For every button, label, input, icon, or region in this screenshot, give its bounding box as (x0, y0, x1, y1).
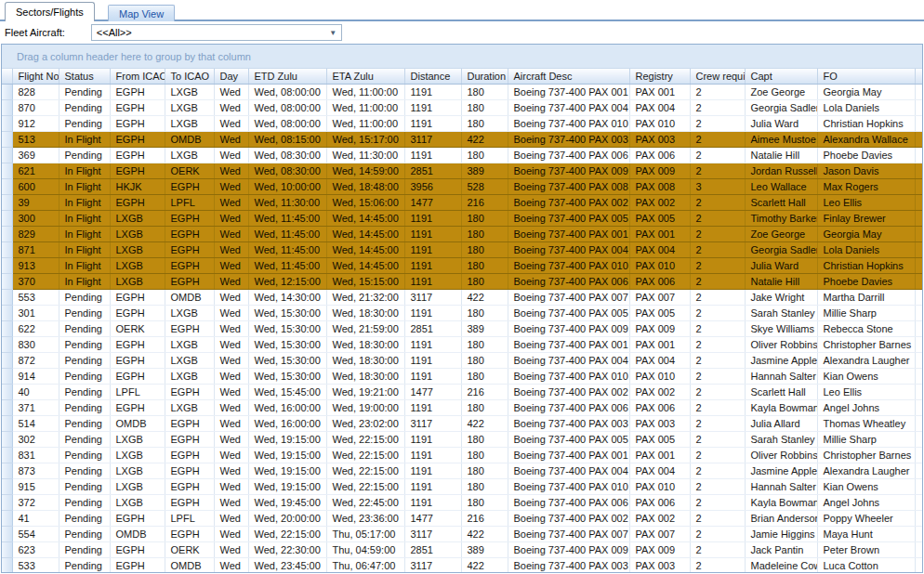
cell-from_icao[interactable]: EGPH (110, 510, 165, 526)
cell-aircraft[interactable]: Boeing 737-400 PAX 006 (508, 494, 629, 510)
row-indicator-header[interactable] (2, 69, 12, 84)
cell-status[interactable]: Pending (59, 368, 110, 384)
cell-to_icao[interactable]: EGPH (165, 447, 214, 463)
cell-fo[interactable]: Alexandra Wallace (817, 131, 915, 147)
cell-from_icao[interactable]: EGPH (110, 368, 165, 384)
cell-aircraft[interactable]: Boeing 737-400 PAX 001 (508, 336, 629, 352)
cell-from_icao[interactable]: OERK (110, 320, 165, 336)
cell-distance[interactable]: 1191 (404, 84, 461, 99)
cell-to_icao[interactable]: EGPH (165, 226, 214, 241)
cell-crew[interactable]: 2 (690, 494, 745, 510)
cell-distance[interactable]: 3117 (404, 557, 461, 573)
cell-eta[interactable]: Wed, 18:30:00 (326, 305, 404, 320)
cell-day[interactable]: Wed (214, 84, 248, 99)
cell-flight_no[interactable]: 600 (12, 178, 59, 194)
cell-etd[interactable]: Wed, 08:00:00 (248, 99, 326, 115)
cell-eta[interactable]: Wed, 11:30:00 (326, 147, 404, 163)
cell-status[interactable]: In Flight (59, 257, 110, 273)
cell-from_icao[interactable]: EGPH (110, 147, 165, 163)
cell-crew[interactable]: 2 (690, 305, 745, 320)
cell-duration[interactable]: 389 (461, 163, 508, 178)
cell-eta[interactable]: Wed, 11:00:00 (326, 99, 404, 115)
cell-day[interactable]: Wed (214, 526, 248, 541)
cell-duration[interactable]: 180 (461, 84, 508, 99)
cell-etd[interactable]: Wed, 15:30:00 (248, 352, 326, 368)
table-row[interactable]: 302PendingLXGBEGPHWedWed, 19:15:00Wed, 2… (2, 431, 923, 447)
cell-aircraft[interactable]: Boeing 737-400 PAX 010 (508, 115, 629, 131)
cell-distance[interactable]: 3117 (404, 415, 461, 431)
cell-status[interactable]: Pending (59, 447, 110, 463)
cell-duration[interactable]: 422 (461, 415, 508, 431)
cell-flight_no[interactable]: 873 (12, 463, 59, 478)
cell-from_icao[interactable]: EGPH (110, 99, 165, 115)
cell-aircraft[interactable]: Boeing 737-400 PAX 009 (508, 163, 629, 178)
cell-to_icao[interactable]: LXGB (165, 84, 214, 99)
cell-duration[interactable]: 180 (461, 352, 508, 368)
cell-etd[interactable]: Wed, 16:00:00 (248, 399, 326, 415)
cell-capt[interactable]: Jamie Higgins (745, 526, 817, 541)
cell-status[interactable]: Pending (59, 115, 110, 131)
cell-from_icao[interactable]: EGPH (110, 541, 165, 557)
column-header-etd[interactable]: ETD Zulu (248, 69, 326, 84)
cell-status[interactable]: In Flight (59, 178, 110, 194)
row-indicator[interactable] (2, 257, 12, 273)
cell-flight_no[interactable]: 915 (12, 478, 59, 494)
cell-flight_no[interactable]: 372 (12, 494, 59, 510)
cell-day[interactable]: Wed (214, 178, 248, 194)
cell-status[interactable]: Pending (59, 510, 110, 526)
cell-day[interactable]: Wed (214, 115, 248, 131)
cell-capt[interactable]: Skye Williams (745, 320, 817, 336)
table-row[interactable]: 369PendingEGPHLXGBWedWed, 08:30:00Wed, 1… (2, 147, 923, 163)
table-row[interactable]: 553PendingEGPHOMDBWedWed, 14:30:00Wed, 2… (2, 289, 923, 305)
cell-capt[interactable]: Georgia Sadler (745, 241, 817, 257)
table-row[interactable]: 912PendingEGPHLXGBWedWed, 08:00:00Wed, 1… (2, 115, 923, 131)
column-header-capt[interactable]: Capt (745, 69, 817, 84)
cell-duration[interactable]: 216 (461, 510, 508, 526)
row-indicator[interactable] (2, 241, 12, 257)
cell-status[interactable]: In Flight (59, 131, 110, 147)
cell-crew[interactable]: 2 (690, 415, 745, 431)
cell-flight_no[interactable]: 371 (12, 399, 59, 415)
cell-day[interactable]: Wed (214, 289, 248, 305)
table-row[interactable]: 828PendingEGPHLXGBWedWed, 08:00:00Wed, 1… (2, 84, 923, 99)
cell-fo[interactable]: Maya Hunt (817, 526, 915, 541)
cell-registry[interactable]: PAX 004 (629, 99, 690, 115)
cell-distance[interactable]: 1191 (404, 241, 461, 257)
cell-flight_no[interactable]: 872 (12, 352, 59, 368)
cell-crew[interactable]: 2 (690, 463, 745, 478)
cell-capt[interactable]: Timothy Barker (745, 210, 817, 226)
table-row[interactable]: 554PendingOMDBEGPHWedWed, 22:15:00Thu, 0… (2, 526, 923, 541)
cell-etd[interactable]: Wed, 22:30:00 (248, 541, 326, 557)
cell-eta[interactable]: Wed, 15:06:00 (326, 194, 404, 210)
cell-aircraft[interactable]: Boeing 737-400 PAX 009 (508, 541, 629, 557)
cell-aircraft[interactable]: Boeing 737-400 PAX 003 (508, 415, 629, 431)
cell-to_icao[interactable]: OERK (165, 541, 214, 557)
cell-aircraft[interactable]: Boeing 737-400 PAX 010 (508, 257, 629, 273)
cell-crew[interactable]: 2 (690, 289, 745, 305)
cell-fo[interactable]: Lola Daniels (817, 241, 915, 257)
cell-aircraft[interactable]: Boeing 737-400 PAX 009 (508, 320, 629, 336)
cell-fo[interactable]: Angel Johns (817, 399, 915, 415)
cell-day[interactable]: Wed (214, 194, 248, 210)
cell-etd[interactable]: Wed, 08:30:00 (248, 163, 326, 178)
cell-status[interactable]: Pending (59, 384, 110, 399)
cell-to_icao[interactable]: EGPH (165, 257, 214, 273)
cell-from_icao[interactable]: EGPH (110, 289, 165, 305)
cell-etd[interactable]: Wed, 14:30:00 (248, 289, 326, 305)
column-header-to_icao[interactable]: To ICAO (165, 69, 214, 84)
cell-distance[interactable]: 2851 (404, 320, 461, 336)
cell-flight_no[interactable]: 870 (12, 99, 59, 115)
cell-etd[interactable]: Wed, 20:00:00 (248, 510, 326, 526)
cell-capt[interactable]: Aimee Mustoe (745, 131, 817, 147)
cell-registry[interactable]: PAX 005 (629, 431, 690, 447)
cell-fo[interactable]: Rebecca Stone (817, 320, 915, 336)
cell-capt[interactable]: Kayla Bowman (745, 399, 817, 415)
cell-day[interactable]: Wed (214, 99, 248, 115)
cell-to_icao[interactable]: EGPH (165, 478, 214, 494)
cell-from_icao[interactable]: EGPH (110, 399, 165, 415)
cell-capt[interactable]: Jack Pantin (745, 541, 817, 557)
cell-aircraft[interactable]: Boeing 737-400 PAX 003 (508, 557, 629, 573)
cell-duration[interactable]: 422 (461, 289, 508, 305)
cell-aircraft[interactable]: Boeing 737-400 PAX 001 (508, 84, 629, 99)
cell-crew[interactable]: 2 (690, 320, 745, 336)
